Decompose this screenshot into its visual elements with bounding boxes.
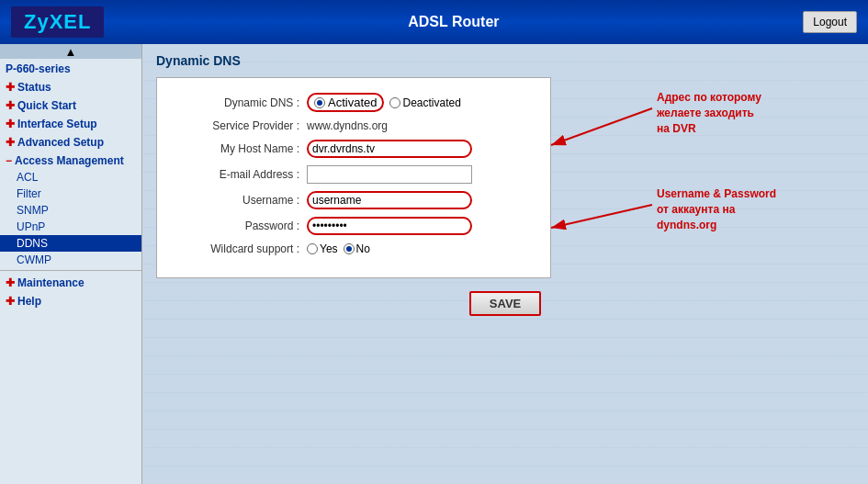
logo-text: ZyXEL [24,10,91,33]
sidebar-item-snmp[interactable]: SNMP [0,202,141,219]
sidebar-item-upnp[interactable]: UPnP [0,219,141,235]
logo-area: ZyXEL [11,6,104,38]
activated-radio[interactable] [314,97,325,108]
username-label: Username : [166,194,299,207]
sidebar-item-interface[interactable]: ✚Interface Setup [0,114,141,132]
sidebar-item-access[interactable]: −Access Management [0,151,141,169]
wildcard-radio-group: Yes No [307,242,370,255]
host-name-input[interactable] [307,140,472,158]
wildcard-row: Wildcard support : Yes No [166,242,532,255]
sidebar-item-acl[interactable]: ACL [0,169,141,186]
sidebar-item-cwmp[interactable]: CWMP [0,252,141,268]
activated-option[interactable]: Activated [307,93,384,112]
sidebar-divider [0,270,141,271]
service-provider-row: Service Provider : www.dyndns.org [166,119,532,132]
deactivated-radio[interactable] [389,97,400,108]
sidebar-item-filter[interactable]: Filter [0,186,141,202]
dynamic-dns-row: Dynamic DNS : Activated Deactivated [166,93,532,112]
sidebar: ▲ P-660-series ✚Status ✚Quick Start ✚Int… [0,44,142,484]
wildcard-no-label: No [356,242,370,255]
wildcard-yes-label: Yes [320,242,338,255]
sidebar-item-advanced[interactable]: ✚Advanced Setup [0,132,141,151]
save-button[interactable]: SAVE [469,291,541,316]
dynamic-dns-label: Dynamic DNS : [166,96,299,109]
svg-line-1 [551,108,652,145]
sidebar-item-p660[interactable]: P-660-series [0,59,141,77]
logout-button[interactable]: Logout [803,11,857,33]
form-container: Dynamic DNS : Activated Deactivated Serv… [156,77,551,278]
password-row: Password : [166,217,532,235]
username-input[interactable] [307,191,472,209]
password-annotation: Username & Password от аккаунта на dyndn… [657,186,776,232]
email-row: E-mail Address : [166,165,532,184]
sidebar-item-quickstart[interactable]: ✚Quick Start [0,96,141,114]
save-row: SAVE [156,291,854,316]
dns-radio-group: Activated Deactivated [307,93,461,112]
deactivated-label: Deactivated [402,96,460,109]
sidebar-item-ddns[interactable]: DDNS [0,235,141,252]
main-layout: ▲ P-660-series ✚Status ✚Quick Start ✚Int… [0,44,868,484]
header: ZyXEL ADSL Router Logout [0,0,868,44]
service-provider-label: Service Provider : [166,119,299,132]
password-label: Password : [166,219,299,232]
wildcard-yes-radio[interactable] [307,243,318,254]
deactivated-option[interactable]: Deactivated [389,96,460,109]
wildcard-no-option[interactable]: No [344,242,370,255]
page-title: Dynamic DNS [156,53,241,68]
password-input[interactable] [307,217,472,235]
header-title: ADSL Router [104,14,803,30]
host-annotation: Адрес по которому желаете заходить на DV… [657,90,761,136]
sidebar-item-maintenance[interactable]: ✚Maintenance [0,273,141,291]
svg-line-2 [551,205,652,228]
sidebar-item-status[interactable]: ✚Status [0,77,141,96]
service-provider-value: www.dyndns.org [307,119,388,132]
page-title-bar: Dynamic DNS [156,53,854,68]
wildcard-yes-option[interactable]: Yes [307,242,338,255]
content-area: Dynamic DNS Dynamic DNS : Activated Deac… [142,44,868,484]
wildcard-no-radio[interactable] [344,243,355,254]
host-name-row: My Host Name : [166,140,532,158]
username-row: Username : [166,191,532,209]
scroll-up-indicator[interactable]: ▲ [0,44,141,59]
activated-label: Activated [328,96,377,109]
email-input[interactable] [307,165,472,184]
host-name-label: My Host Name : [166,142,299,155]
sidebar-item-help[interactable]: ✚Help [0,291,141,310]
wildcard-label: Wildcard support : [166,242,299,255]
email-label: E-mail Address : [166,168,299,181]
